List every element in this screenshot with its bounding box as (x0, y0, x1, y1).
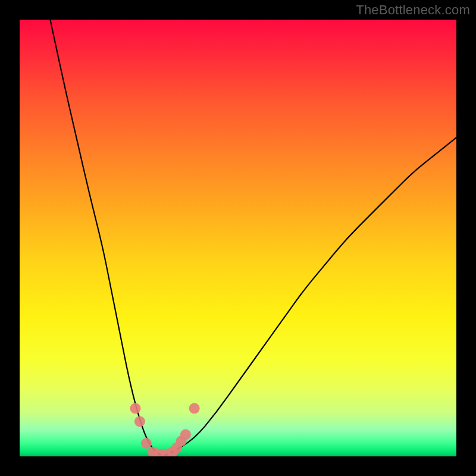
plot-area (20, 20, 456, 456)
curve-markers (130, 403, 200, 456)
curve-marker (134, 416, 145, 427)
chart-frame: TheBottleneck.com (0, 0, 476, 476)
curve-path (50, 20, 456, 455)
bottleneck-curve (20, 20, 456, 456)
curve-marker (180, 429, 191, 440)
curve-marker (189, 403, 200, 414)
curve-marker (130, 403, 141, 414)
curve-marker (141, 438, 152, 449)
watermark-text: TheBottleneck.com (356, 2, 470, 18)
